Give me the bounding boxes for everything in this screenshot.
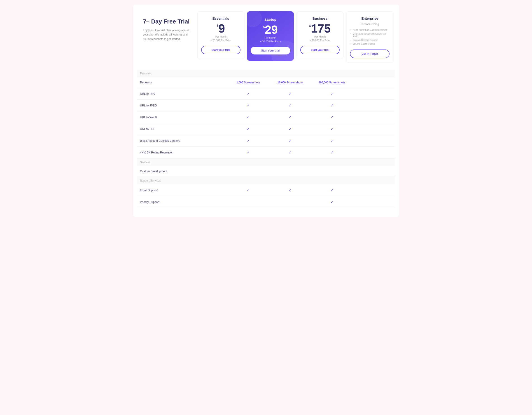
essentials-name: Essentials — [212, 17, 229, 20]
block-ads-startup: ✓ — [269, 135, 311, 147]
features-section-header: Features — [137, 70, 395, 77]
enterprise-feature-1: Need more than 100k screenshots — [350, 28, 390, 32]
features-label: Features — [137, 70, 395, 77]
plan-card-business: Business $ 175 Per Month + $0.006 Per Ex… — [296, 11, 344, 59]
support-label: Support Services — [137, 177, 395, 185]
url-pdf-label: URL to PDF — [137, 123, 227, 135]
email-support-essentials: ✓ — [227, 184, 269, 196]
support-section: Support Services Email Support ✓ ✓ ✓ Pri… — [137, 177, 395, 208]
custom-dev-business — [311, 166, 353, 177]
url-webp-label: URL to WebP — [137, 111, 227, 123]
url-webp-row: URL to WebP ✓ ✓ ✓ — [137, 111, 395, 123]
custom-dev-startup — [269, 166, 311, 177]
business-price: $ 175 — [309, 23, 331, 34]
services-section: Services Custom Development — [137, 158, 395, 177]
requests-enterprise — [353, 77, 395, 88]
support-section-header: Support Services — [137, 177, 395, 185]
essentials-amount: 9 — [218, 23, 225, 34]
enterprise-feature-2: Dedicated server without any rate limits — [350, 32, 390, 38]
pricing-row: 7– Day Free Trial Enjoy our free trial p… — [137, 11, 395, 63]
url-pdf-business: ✓ — [311, 123, 353, 135]
custom-dev-enterprise — [353, 166, 395, 177]
priority-support-essentials — [227, 196, 269, 208]
requests-essentials: 1,000 Screenshots — [227, 77, 269, 88]
url-pdf-essentials: ✓ — [227, 123, 269, 135]
custom-dev-label: Custom Development — [137, 166, 227, 177]
email-support-enterprise — [353, 184, 395, 196]
url-png-essentials: ✓ — [227, 88, 269, 100]
custom-dev-essentials — [227, 166, 269, 177]
page-wrapper: 7– Day Free Trial Enjoy our free trial p… — [133, 5, 399, 217]
url-png-label: URL to PNG — [137, 88, 227, 100]
requests-startup: 10,000 Screenshots — [269, 77, 311, 88]
requests-row: Requests 1,000 Screenshots 10,000 Screen… — [137, 77, 395, 88]
features-section: Features Requests 1,000 Screenshots 10,0… — [137, 70, 395, 158]
enterprise-feature-3: Custom Domain Support — [350, 38, 390, 42]
retina-business: ✓ — [311, 147, 353, 158]
url-png-startup: ✓ — [269, 88, 311, 100]
essentials-per-month: Per Month — [215, 35, 227, 38]
url-pdf-startup: ✓ — [269, 123, 311, 135]
url-jpeg-label: URL to JPEG — [137, 100, 227, 111]
free-trial-title: 7– Day Free Trial — [143, 18, 190, 25]
email-support-startup: ✓ — [269, 184, 311, 196]
priority-support-business: ✓ — [311, 196, 353, 208]
url-png-enterprise — [353, 88, 395, 100]
requests-business: 100,000 Screenshots — [311, 77, 353, 88]
enterprise-name: Enterprise — [361, 17, 378, 20]
enterprise-custom-pricing: Custom Pricing — [361, 23, 379, 26]
url-webp-startup: ✓ — [269, 111, 311, 123]
priority-support-startup — [269, 196, 311, 208]
essentials-dollar: $ — [217, 24, 218, 28]
url-jpeg-row: URL to JPEG ✓ ✓ ✓ — [137, 100, 395, 111]
email-support-business: ✓ — [311, 184, 353, 196]
url-webp-essentials: ✓ — [227, 111, 269, 123]
plan-card-essentials: Essentials $ 9 Per Month + $0.009 Per Ex… — [197, 11, 245, 59]
url-png-business: ✓ — [311, 88, 353, 100]
priority-support-row: Priority Support ✓ — [137, 196, 395, 208]
features-table: Features Requests 1,000 Screenshots 10,0… — [137, 70, 395, 208]
plan-card-startup: Startup $ 29 Per Month + $0.008 Per Extr… — [247, 11, 294, 61]
business-per-month: Per Month — [314, 35, 326, 38]
url-pdf-row: URL to PDF ✓ ✓ ✓ — [137, 123, 395, 135]
url-jpeg-essentials: ✓ — [227, 100, 269, 111]
business-cta-button[interactable]: Start your trial — [300, 46, 340, 54]
essentials-cta-button[interactable]: Start your trial — [201, 46, 241, 54]
plan-card-enterprise: Enterprise Custom Pricing Need more than… — [346, 11, 393, 63]
block-ads-label: Block Ads and Cookies Banners — [137, 135, 227, 147]
business-dollar: $ — [309, 24, 311, 28]
retina-startup: ✓ — [269, 147, 311, 158]
requests-label: Requests — [137, 77, 227, 88]
block-ads-business: ✓ — [311, 135, 353, 147]
services-section-header: Services — [137, 158, 395, 166]
free-trial-description: Enjoy our free trial plan to integrate i… — [143, 28, 190, 41]
block-ads-row: Block Ads and Cookies Banners ✓ ✓ ✓ — [137, 135, 395, 147]
retina-label: 4K & 5K Retina Resolution — [137, 147, 227, 158]
business-extra: + $0.006 Per Extra — [310, 39, 330, 42]
url-jpeg-enterprise — [353, 100, 395, 111]
free-trial-card: 7– Day Free Trial Enjoy our free trial p… — [137, 11, 196, 48]
startup-name: Startup — [265, 18, 276, 21]
enterprise-cta-button[interactable]: Get in Touch — [350, 49, 390, 58]
startup-price: $ 29 — [263, 24, 278, 36]
custom-dev-row: Custom Development — [137, 166, 395, 177]
url-pdf-enterprise — [353, 123, 395, 135]
enterprise-features-list: Need more than 100k screenshots Dedicate… — [350, 28, 390, 46]
enterprise-feature-4: Volume Based Pricing — [350, 42, 390, 46]
email-support-row: Email Support ✓ ✓ ✓ — [137, 184, 395, 196]
essentials-price: $ 9 — [217, 23, 225, 34]
email-support-label: Email Support — [137, 184, 227, 196]
url-webp-business: ✓ — [311, 111, 353, 123]
services-label: Services — [137, 158, 395, 166]
url-jpeg-startup: ✓ — [269, 100, 311, 111]
url-png-row: URL to PNG ✓ ✓ ✓ — [137, 88, 395, 100]
url-jpeg-business: ✓ — [311, 100, 353, 111]
retina-enterprise — [353, 147, 395, 158]
priority-support-label: Priority Support — [137, 196, 227, 208]
startup-dollar: $ — [263, 25, 265, 29]
block-ads-enterprise — [353, 135, 395, 147]
retina-row: 4K & 5K Retina Resolution ✓ ✓ ✓ — [137, 147, 395, 158]
startup-amount: 29 — [265, 24, 278, 36]
business-amount: 175 — [311, 23, 331, 34]
block-ads-essentials: ✓ — [227, 135, 269, 147]
